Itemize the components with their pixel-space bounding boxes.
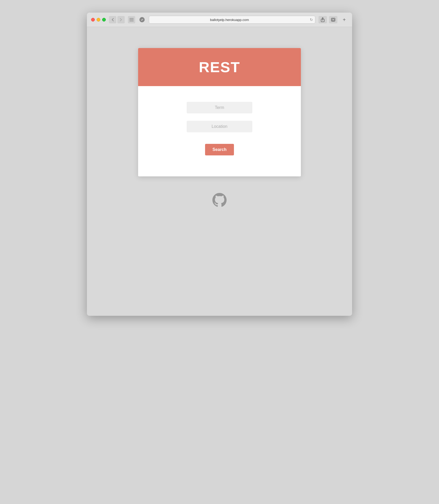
browser-actions bbox=[318, 16, 337, 23]
close-button[interactable] bbox=[91, 18, 95, 22]
maximize-button[interactable] bbox=[102, 18, 106, 22]
url-bar-container: ballotyelp.herokuapp.com ↻ bbox=[149, 16, 315, 24]
url-bar[interactable]: ballotyelp.herokuapp.com ↻ bbox=[149, 16, 315, 24]
share-button[interactable] bbox=[318, 16, 327, 23]
new-tab-button[interactable]: + bbox=[341, 16, 348, 23]
forward-button[interactable] bbox=[117, 16, 125, 23]
search-button[interactable]: Search bbox=[205, 144, 234, 155]
back-button[interactable] bbox=[109, 16, 116, 23]
svg-rect-6 bbox=[332, 19, 334, 21]
browser-window: ballotyelp.herokuapp.com ↻ + bbox=[87, 13, 352, 316]
card-body: Search bbox=[138, 86, 301, 176]
svg-point-3 bbox=[139, 17, 145, 22]
app-title: REST bbox=[199, 59, 240, 76]
github-link[interactable] bbox=[212, 192, 227, 209]
main-card: REST Search bbox=[138, 48, 301, 176]
browser-content: REST Search bbox=[87, 27, 352, 316]
footer-area bbox=[212, 192, 227, 209]
url-text: ballotyelp.herokuapp.com bbox=[210, 18, 249, 22]
location-input[interactable] bbox=[187, 121, 252, 132]
github-icon bbox=[212, 192, 227, 208]
svg-rect-0 bbox=[129, 18, 134, 19]
term-input[interactable] bbox=[187, 102, 252, 113]
reload-button[interactable]: ↻ bbox=[310, 18, 313, 22]
browser-toolbar: ballotyelp.herokuapp.com ↻ + bbox=[87, 13, 352, 27]
svg-rect-1 bbox=[129, 19, 134, 20]
minimize-button[interactable] bbox=[97, 18, 100, 22]
sidebar-button[interactable] bbox=[128, 16, 135, 23]
shield-icon bbox=[138, 16, 146, 23]
card-header: REST bbox=[138, 48, 301, 86]
svg-rect-2 bbox=[129, 21, 134, 21]
traffic-lights bbox=[91, 18, 106, 22]
new-window-button[interactable] bbox=[329, 16, 337, 23]
nav-buttons bbox=[109, 16, 125, 23]
